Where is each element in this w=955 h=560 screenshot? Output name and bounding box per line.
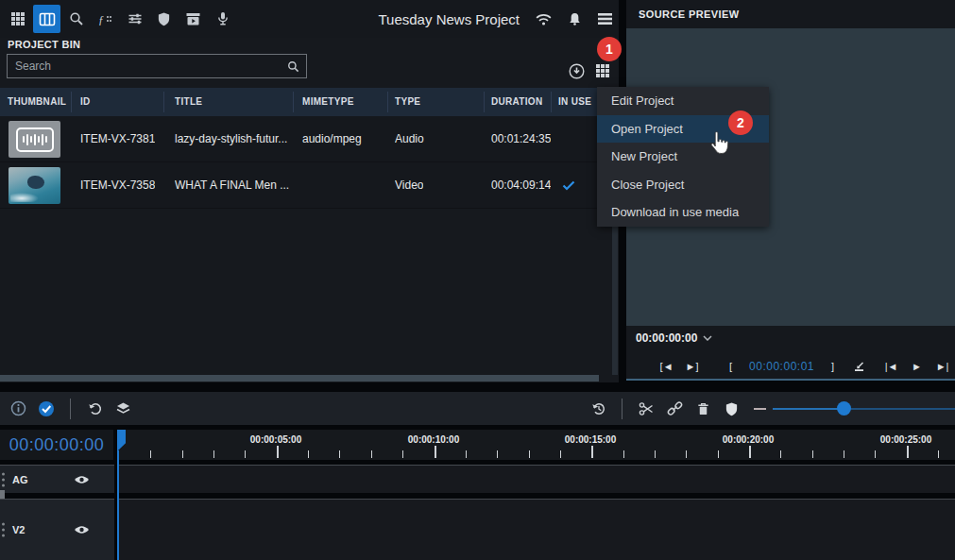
hamburger-menu-icon[interactable] [597,12,613,25]
scissors-cut-icon[interactable] [632,395,660,423]
undo-icon[interactable] [80,395,109,423]
bin-actions [567,59,619,83]
bin-horizontal-scrollbar[interactable] [0,375,599,382]
track-drag-handle[interactable] [2,529,5,532]
download-circle-icon[interactable] [567,61,586,80]
track-v2-header[interactable]: V2 [0,499,114,560]
track-v2-lane[interactable] [117,499,955,560]
timeline-ruler[interactable]: 00:00:05:00 00:00:10:00 00:00:15:00 00:0… [117,430,955,460]
mark-out-button[interactable]: ] [820,361,845,372]
mark-in-button[interactable]: [ [718,361,743,372]
check-circle-icon[interactable] [32,395,60,423]
ruler-label: 00:00:10:00 [408,434,459,445]
timeline-current-timecode: 00:00:00:00 [0,430,113,460]
media-archive-icon[interactable] [179,5,207,33]
col-mimetype[interactable]: MIMETYPE [302,88,354,116]
cell-duration: 00:01:24:35 [491,116,551,162]
video-editor-app: ƒ Tuesday News Project [0,0,955,560]
search-input[interactable] [8,59,287,73]
notifications-bell-icon[interactable] [568,11,582,26]
cell-mimetype: audio/mpeg [302,116,362,162]
col-duration[interactable]: DURATION [491,88,542,116]
zoom-slider-knob[interactable] [837,401,851,416]
trash-icon[interactable] [689,395,717,423]
wifi-icon [535,12,553,26]
col-type[interactable]: TYPE [395,88,420,116]
search-icon[interactable] [62,5,90,33]
preview-timecode: 00:00:00:00 [636,331,697,345]
shield-flag-icon[interactable] [717,395,745,423]
layers-icon[interactable] [109,395,137,423]
mark-timecode: 00:00:00:01 [743,360,820,373]
ruler-label: 00:00:05:00 [250,434,301,445]
cursor-pointer-icon [708,130,729,156]
bin-row-video[interactable]: ITEM-VX-7358 WHAT A FINAL Men ... Video … [0,162,619,209]
track-ag: AG [0,465,955,493]
cell-type: Audio [395,116,424,162]
in-use-check-icon [562,162,575,209]
transport-controls: [◄ ►] [ 00:00:00:01 ] |◄ ► ►| [626,355,955,378]
zoom-minus-icon[interactable] [745,395,774,423]
apps-grid-icon[interactable] [4,5,31,33]
ruler-label: 00:00:20:00 [723,434,774,445]
grid-menu-icon[interactable] [593,61,612,80]
effects-fx-icon[interactable]: ƒ [92,5,119,33]
ruler-label: 00:00:15:00 [565,434,616,445]
col-in-use[interactable]: IN USE [558,88,591,116]
bin-table-header: THUMBNAIL ID TITLE MIMETYPE TYPE DURATIO… [0,88,619,116]
project-bin-icon[interactable] [33,5,60,33]
link-icon[interactable] [660,395,689,423]
track-visibility-eye-icon[interactable] [74,474,90,485]
bin-row-audio[interactable]: ITEM-VX-7381 lazy-day-stylish-futur... a… [0,116,619,162]
zoom-slider [773,392,955,425]
skip-forward-button[interactable]: ►| [929,361,955,372]
search-magnifier-icon[interactable] [287,60,299,73]
microphone-icon[interactable] [209,5,236,33]
audio-waveform-thumbnail [9,121,60,158]
cell-id: ITEM-VX-7381 [80,116,155,162]
settings-sliders-icon[interactable] [121,5,148,33]
playhead-line [117,450,119,560]
project-bin-label: PROJECT BIN [8,39,80,50]
col-id[interactable]: ID [80,88,91,116]
menu-item-new-project[interactable]: New Project [597,143,769,171]
track-ag-lane[interactable] [117,465,955,493]
project-context-menu: Edit Project Open Project New Project Cl… [597,87,769,227]
track-v2: V2 [0,499,955,560]
loop-to-bar-icon[interactable] [853,362,878,372]
timeline-toolbar [0,392,955,425]
video-frame-thumbnail [9,167,60,204]
search-box [7,54,307,78]
history-icon[interactable] [584,395,612,423]
goto-mark-in-button[interactable]: [◄ [654,361,679,372]
play-button[interactable]: ► [904,361,929,372]
cell-title: WHAT A FINAL Men ... [175,162,290,209]
track-visibility-eye-icon[interactable] [74,524,90,535]
step-badge-1: 1 [597,37,622,61]
skip-back-button[interactable]: |◄ [878,361,904,372]
cell-id: ITEM-VX-7358 [80,162,155,209]
shield-icon[interactable] [150,5,178,33]
menu-item-close-project[interactable]: Close Project [597,171,769,199]
cell-title: lazy-day-stylish-futur... [175,116,290,162]
col-title[interactable]: TITLE [175,88,202,116]
menu-item-download-in-use-media[interactable]: Download in use media [597,198,769,227]
cell-type: Video [395,162,423,209]
ruler-label: 00:00:25:00 [880,434,931,445]
track-ag-header[interactable]: AG [0,465,114,493]
track-drag-handle[interactable] [2,478,5,481]
top-toolbar: ƒ Tuesday News Project [0,0,619,38]
source-preview-title: SOURCE PREVIEW [626,0,955,28]
goto-mark-out-button[interactable]: ►] [679,361,705,372]
timecode-chevron-down-icon[interactable] [703,335,712,341]
svg-text:ƒ: ƒ [98,13,104,26]
track-name: AG [12,474,28,485]
step-badge-2: 2 [728,110,753,135]
project-title: Tuesday News Project [378,11,520,27]
col-thumbnail[interactable]: THUMBNAIL [8,88,66,116]
track-name: V2 [12,524,25,535]
cell-duration: 00:04:09:14 [491,162,551,209]
info-icon[interactable] [4,395,32,423]
project-bin-panel: ƒ Tuesday News Project [0,0,619,382]
